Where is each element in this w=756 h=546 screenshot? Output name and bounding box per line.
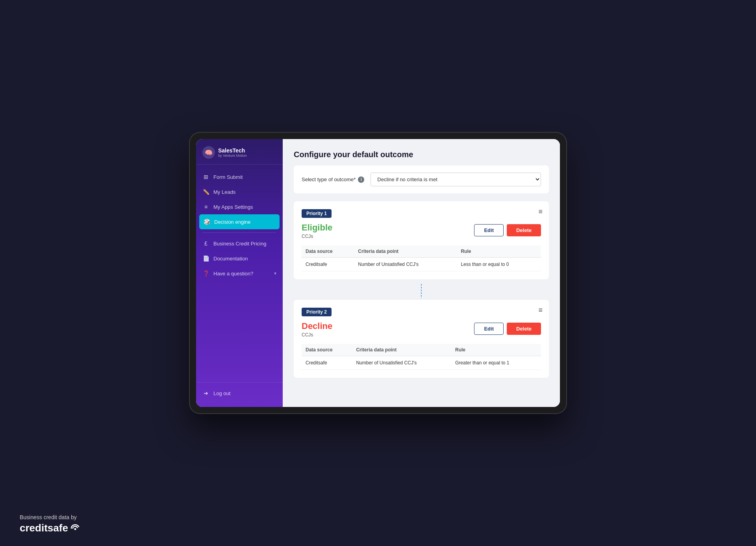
col-header-rule: Rule	[451, 344, 541, 356]
outcome-type-select[interactable]: Decline if no criteria is met Approve if…	[371, 173, 541, 186]
svg-point-1	[74, 528, 76, 530]
sidebar-bottom: ➜ Log out	[196, 382, 283, 407]
priority-1-title: Eligible	[302, 223, 469, 233]
sidebar: 🧠 SalesTech by Venture Motion ⊞ Form Sub…	[196, 139, 283, 407]
sidebar-nav: ⊞ Form Submit ✏️ My Leads ≡ My Apps Sett…	[196, 165, 283, 382]
priority-2-table: Data source Criteria data point Rule Cre…	[302, 344, 541, 370]
main-content: Configure your default outcome Select ty…	[283, 139, 560, 407]
sidebar-item-label: My Leads	[213, 189, 235, 195]
connector-line	[294, 282, 549, 300]
bottom-watermark: Business credit data by creditsafe	[20, 514, 81, 534]
nav-divider	[202, 232, 276, 233]
connector-svg	[421, 284, 422, 298]
sidebar-item-my-apps-settings[interactable]: ≡ My Apps Settings	[196, 199, 283, 214]
priority-1-badge: Priority 1	[302, 209, 332, 218]
tablet-screen: 🧠 SalesTech by Venture Motion ⊞ Form Sub…	[196, 139, 560, 407]
my-leads-icon: ✏️	[202, 189, 209, 195]
col-header-datasource: Data source	[302, 245, 354, 258]
sidebar-item-my-leads[interactable]: ✏️ My Leads	[196, 184, 283, 199]
priority-2-badge: Priority 2	[302, 308, 332, 316]
priority-2-title: Decline	[302, 321, 469, 331]
cell-rule: Less than or equal to 0	[457, 258, 541, 271]
col-header-criteria: Criteria data point	[354, 245, 457, 258]
sidebar-item-documentation[interactable]: 📄 Documentation	[196, 251, 283, 266]
page-title: Configure your default outcome	[294, 150, 549, 159]
priority-2-edit-button[interactable]: Edit	[474, 323, 504, 335]
question-icon: ❓	[202, 270, 209, 277]
logo-sub: by Venture Motion	[218, 154, 247, 158]
outcome-section: Select type of outcome* i Decline if no …	[294, 165, 549, 193]
sidebar-item-label: Have a question?	[213, 271, 253, 277]
priority-2-menu-icon[interactable]: ≡	[538, 306, 543, 314]
sidebar-item-have-a-question[interactable]: ❓ Have a question? ▾	[196, 266, 283, 281]
priority-1-card: Priority 1 ≡ Eligible CCJs Edit Delete	[294, 201, 549, 279]
priority-2-card: Priority 2 ≡ Decline CCJs Edit Delete	[294, 300, 549, 378]
cell-criteria: Number of Unsatisfied CCJ's	[352, 356, 451, 370]
col-header-datasource: Data source	[302, 344, 352, 356]
sidebar-item-business-credit-pricing[interactable]: £ Business Credit Pricing	[196, 236, 283, 251]
col-header-criteria: Criteria data point	[352, 344, 451, 356]
priority-1-header: Eligible CCJs Edit Delete	[302, 223, 541, 239]
outcome-info-icon[interactable]: i	[358, 176, 364, 183]
priority-2-delete-button[interactable]: Delete	[507, 323, 541, 335]
cell-datasource: Creditsafe	[302, 356, 352, 370]
priority-1-table: Data source Criteria data point Rule Cre…	[302, 245, 541, 271]
sidebar-item-form-submit[interactable]: ⊞ Form Submit	[196, 169, 283, 184]
sidebar-item-label: My Apps Settings	[213, 204, 253, 210]
tablet-frame: 🧠 SalesTech by Venture Motion ⊞ Form Sub…	[189, 132, 567, 414]
creditsafe-brand-text: creditsafe	[20, 522, 68, 534]
priority-2-header: Decline CCJs Edit Delete	[302, 321, 541, 338]
my-apps-settings-icon: ≡	[202, 204, 209, 210]
col-header-rule: Rule	[457, 245, 541, 258]
sidebar-item-label: Form Submit	[213, 174, 243, 180]
cell-criteria: Number of Unsatisfied CCJ's	[354, 258, 457, 271]
priority-1-edit-button[interactable]: Edit	[474, 224, 504, 236]
table-row: Creditsafe Number of Unsatisfied CCJ's L…	[302, 258, 541, 271]
priority-2-subtitle: CCJs	[302, 332, 469, 338]
watermark-brand: creditsafe	[20, 522, 81, 534]
outcome-label: Select type of outcome* i	[302, 176, 364, 183]
logout-icon: ➜	[202, 390, 209, 396]
priority-1-delete-button[interactable]: Delete	[507, 224, 541, 236]
sidebar-item-label: Documentation	[213, 256, 248, 262]
form-submit-icon: ⊞	[202, 174, 209, 180]
sidebar-item-label: Decision engine	[214, 219, 251, 225]
creditsafe-logo-icon	[70, 524, 81, 533]
table-row: Creditsafe Number of Unsatisfied CCJ's G…	[302, 356, 541, 370]
sidebar-item-label: Business Credit Pricing	[213, 241, 266, 247]
documentation-icon: 📄	[202, 255, 209, 262]
sidebar-item-log-out[interactable]: ➜ Log out	[196, 386, 283, 401]
brain-icon: 🧠	[205, 149, 213, 156]
sidebar-item-decision-engine[interactable]: 🎲 Decision engine	[199, 214, 280, 229]
watermark-text: Business credit data by	[20, 514, 81, 520]
pricing-icon: £	[202, 240, 209, 247]
priority-1-actions: Edit Delete	[474, 224, 541, 236]
logo-icon: 🧠	[202, 146, 215, 159]
chevron-down-icon: ▾	[274, 271, 276, 276]
decision-engine-icon: 🎲	[203, 219, 210, 225]
cell-datasource: Creditsafe	[302, 258, 354, 271]
priority-1-subtitle: CCJs	[302, 234, 469, 239]
logo-name: SalesTech	[218, 147, 247, 154]
cell-rule: Greater than or equal to 1	[451, 356, 541, 370]
priority-1-menu-icon[interactable]: ≡	[538, 208, 543, 216]
logo-area: 🧠 SalesTech by Venture Motion	[196, 139, 283, 165]
priority-2-actions: Edit Delete	[474, 323, 541, 335]
sidebar-item-label: Log out	[213, 390, 230, 396]
